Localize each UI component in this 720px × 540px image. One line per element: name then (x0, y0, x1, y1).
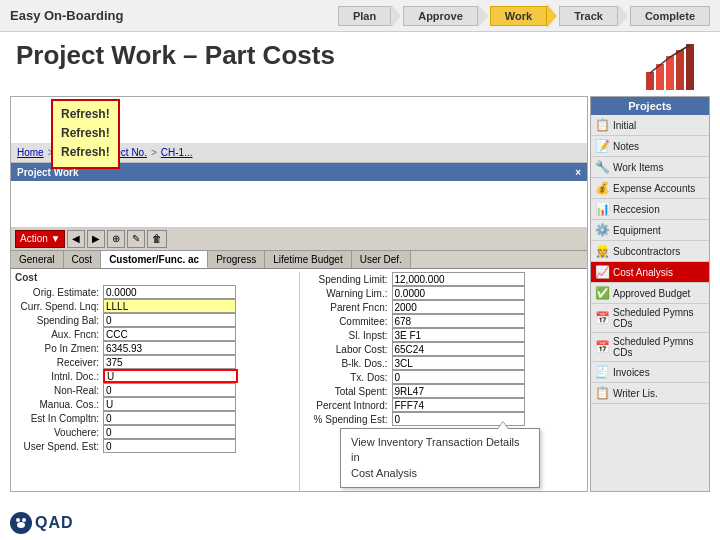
est-in-compltn-input[interactable] (103, 411, 236, 425)
scheduled1-icon: 📅 (595, 311, 609, 325)
breadcrumb-home[interactable]: Home (17, 147, 44, 158)
step-complete[interactable]: Complete (630, 6, 710, 26)
edit-button[interactable]: ✎ (127, 230, 145, 248)
sidebar-label-invoices: Invoices (613, 367, 650, 378)
page-header: Project Work – Part Costs (0, 32, 720, 96)
tab-userdef[interactable]: User Def. (352, 251, 411, 268)
field-percent-intnord: Percent Intnord: (304, 398, 584, 412)
step-plan-box[interactable]: Plan (338, 6, 391, 26)
invoices-icon: 🧾 (595, 365, 609, 379)
parent-fncn-input[interactable] (392, 300, 525, 314)
sidebar-item-subcontractors[interactable]: 👷 Subcontractors (591, 241, 709, 262)
chart-icon (644, 42, 704, 92)
left-fields: Cost Orig. Estimate: Curr. Spend. Lnq: S… (15, 272, 299, 492)
sidebar-item-scheduled2[interactable]: 📅 Scheduled Pymns CDs (591, 333, 709, 362)
receiver-input[interactable] (103, 355, 236, 369)
reccesion-icon: 📊 (595, 202, 609, 216)
tab-lifetime[interactable]: Lifetime Budget (265, 251, 352, 268)
paw-svg (12, 514, 30, 532)
field-commitee: Commitee: (304, 314, 584, 328)
step-track-box[interactable]: Track (559, 6, 618, 26)
field-orig-estimate: Orig. Estimate: (15, 285, 295, 299)
sidebar-label-cost-analysis: Cost Analysis (613, 267, 673, 278)
blk-dos-input[interactable] (392, 356, 525, 370)
user-spend-est-input[interactable] (103, 439, 236, 453)
orig-estimate-input[interactable] (103, 285, 236, 299)
sidebar-item-cost-analysis[interactable]: 📈 Cost Analysis (591, 262, 709, 283)
svg-rect-4 (686, 44, 694, 90)
add-button[interactable]: ⊕ (107, 230, 125, 248)
field-vouchere: Vouchere: (15, 425, 295, 439)
sidebar-label-workitems: Work Items (613, 162, 663, 173)
step-complete-box[interactable]: Complete (630, 6, 710, 26)
right-sidebar: Projects 📋 Initial 📝 Notes 🔧 Work Items … (590, 96, 710, 492)
step-work-box[interactable]: Work (490, 6, 547, 26)
sidebar-item-initial[interactable]: 📋 Initial (591, 115, 709, 136)
tab-bar: General Cost Customer/Func. ac Progress … (11, 251, 587, 269)
labor-cost-input[interactable] (392, 342, 525, 356)
svg-rect-2 (666, 56, 674, 90)
qad-brand-text: QAD (35, 514, 74, 532)
sidebar-item-invoices[interactable]: 🧾 Invoices (591, 362, 709, 383)
sidebar-label-subcontractors: Subcontractors (613, 246, 680, 257)
spending-limit-input[interactable] (392, 272, 525, 286)
step-plan[interactable]: Plan (338, 4, 401, 28)
tab-customer[interactable]: Customer/Func. ac (101, 251, 208, 268)
qad-logo: QAD (10, 512, 74, 534)
field-spending-est: % Spending Est: (304, 412, 584, 426)
close-button[interactable]: × (575, 167, 581, 178)
aux-fncn-input[interactable] (103, 327, 236, 341)
sidebar-item-notes[interactable]: 📝 Notes (591, 136, 709, 157)
tab-general[interactable]: General (11, 251, 64, 268)
vouchere-input[interactable] (103, 425, 236, 439)
sidebar-item-expense[interactable]: 💰 Expense Accounts (591, 178, 709, 199)
svg-point-7 (22, 518, 26, 522)
breadcrumb-item3[interactable]: CH-1... (161, 147, 193, 158)
commitee-input[interactable] (392, 314, 525, 328)
step-approve[interactable]: Approve (403, 4, 488, 28)
sidebar-item-equipment[interactable]: ⚙️ Equipment (591, 220, 709, 241)
field-intnl-doc: Intnl. Doc.: (15, 369, 295, 383)
callout-line1: View Inventory Transaction Details in (351, 436, 520, 463)
action-button[interactable]: Action ▼ (15, 230, 65, 248)
brand-label: Easy On-Boarding (10, 8, 123, 23)
sidebar-label-scheduled2: Scheduled Pymns CDs (613, 336, 705, 358)
field-sl-inpst: Sl. Inpst: (304, 328, 584, 342)
field-po-in-zmen: Po In Zmen: (15, 341, 295, 355)
manua-cos-input[interactable] (103, 397, 236, 411)
field-blk-dos: B-lk. Dos.: (304, 356, 584, 370)
workitems-icon: 🔧 (595, 160, 609, 174)
tab-cost[interactable]: Cost (64, 251, 102, 268)
sidebar-item-approved-budget[interactable]: ✅ Approved Budget (591, 283, 709, 304)
field-spending-limit: Spending Limit: (304, 272, 584, 286)
total-spent-input[interactable] (392, 384, 525, 398)
step-work[interactable]: Work (490, 4, 557, 28)
step-work-arrow (547, 4, 557, 28)
warning-lim-input[interactable] (392, 286, 525, 300)
prev-button[interactable]: ◀ (67, 230, 85, 248)
step-track[interactable]: Track (559, 4, 628, 28)
next-button[interactable]: ▶ (87, 230, 105, 248)
sidebar-label-reccesion: Reccesion (613, 204, 660, 215)
svg-rect-0 (646, 72, 654, 90)
field-spending-bal: Spending Bal: (15, 313, 295, 327)
spending-bal-input[interactable] (103, 313, 236, 327)
po-in-zmen-input[interactable] (103, 341, 236, 355)
scheduled2-icon: 📅 (595, 340, 609, 354)
intnl-doc-input[interactable] (103, 369, 238, 383)
sidebar-item-scheduled1[interactable]: 📅 Scheduled Pymns CDs (591, 304, 709, 333)
svg-point-6 (16, 518, 20, 522)
step-approve-box[interactable]: Approve (403, 6, 478, 26)
sidebar-item-reccesion[interactable]: 📊 Reccesion (591, 199, 709, 220)
tx-dos-input[interactable] (392, 370, 525, 384)
sidebar-item-workitems[interactable]: 🔧 Work Items (591, 157, 709, 178)
percent-intnord-input[interactable] (392, 398, 525, 412)
sl-inpst-input[interactable] (392, 328, 525, 342)
tab-progress[interactable]: Progress (208, 251, 265, 268)
page-title: Project Work – Part Costs (16, 40, 644, 71)
delete-button[interactable]: 🗑 (147, 230, 167, 248)
curr-spend-input[interactable] (103, 299, 236, 313)
sidebar-item-writerlis[interactable]: 📋 Writer Lis. (591, 383, 709, 404)
subcontractors-icon: 👷 (595, 244, 609, 258)
non-real-input[interactable] (103, 383, 236, 397)
